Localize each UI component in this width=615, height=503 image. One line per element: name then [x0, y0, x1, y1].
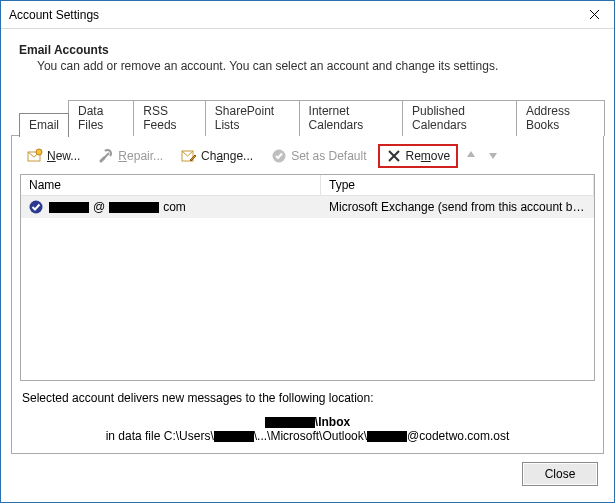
- table-row[interactable]: @ com Microsoft Exchange (send from this…: [21, 196, 594, 218]
- redacted-text: [214, 431, 254, 442]
- redacted-text: [367, 431, 407, 442]
- info-path-suffix: @codetwo.com.ost: [407, 429, 509, 443]
- svg-point-1: [36, 149, 42, 155]
- tab-data-files[interactable]: Data Files: [68, 100, 134, 136]
- close-button[interactable]: Close: [522, 462, 598, 486]
- new-label: New...: [47, 149, 80, 163]
- change-button[interactable]: Change...: [174, 144, 260, 168]
- info-line1: Selected account delivers new messages t…: [22, 391, 593, 405]
- accounts-list: Name Type: [20, 174, 595, 381]
- column-type[interactable]: Type: [321, 175, 594, 195]
- client-area: Email Accounts You can add or remove an …: [1, 29, 614, 502]
- tab-sharepoint-lists[interactable]: SharePoint Lists: [205, 100, 300, 136]
- tab-published-calendars[interactable]: Published Calendars: [402, 100, 517, 136]
- cell-type: Microsoft Exchange (send from this accou…: [321, 198, 594, 216]
- intro-heading: Email Accounts: [19, 43, 602, 57]
- titlebar: Account Settings: [1, 1, 614, 29]
- remove-button[interactable]: Remove: [378, 144, 459, 168]
- info-block: Selected account delivers new messages t…: [18, 381, 597, 447]
- account-settings-window: Account Settings Email Accounts You can …: [0, 0, 615, 503]
- move-down-button: [484, 148, 502, 165]
- cell-name: @ com: [21, 198, 321, 216]
- info-path-prefix: in data file C:\Users\: [106, 429, 214, 443]
- repair-button: Repair...: [91, 144, 170, 168]
- check-circle-icon: [271, 148, 287, 164]
- window-title: Account Settings: [9, 8, 99, 22]
- remove-icon: [386, 148, 402, 164]
- change-label: Change...: [201, 149, 253, 163]
- intro-block: Email Accounts You can add or remove an …: [11, 37, 604, 81]
- new-button[interactable]: New...: [20, 144, 87, 168]
- info-location: \Inbox in data file C:\Users\\...\Micros…: [22, 415, 593, 443]
- close-icon: [586, 7, 602, 23]
- default-account-icon: [29, 200, 43, 214]
- info-path-mid: \...\Microsoft\Outlook\: [254, 429, 367, 443]
- close-label: Close: [545, 467, 576, 481]
- tab-rss-feeds[interactable]: RSS Feeds: [133, 100, 206, 136]
- move-up-button: [462, 148, 480, 165]
- name-tld: com: [163, 200, 186, 214]
- remove-label: Remove: [406, 149, 451, 163]
- tab-email[interactable]: Email: [19, 113, 69, 137]
- info-folder: \Inbox: [315, 415, 350, 429]
- tab-address-books[interactable]: Address Books: [516, 100, 605, 136]
- redacted-text: [265, 417, 315, 428]
- redacted-text: [49, 202, 89, 213]
- tab-content: New... Repair...: [11, 135, 604, 454]
- mail-new-icon: [27, 148, 43, 164]
- column-name[interactable]: Name: [21, 175, 321, 195]
- list-header: Name Type: [21, 175, 594, 196]
- list-body: @ com Microsoft Exchange (send from this…: [21, 196, 594, 380]
- tab-bar: Email Data Files RSS Feeds SharePoint Li…: [11, 99, 604, 135]
- redacted-text: [109, 202, 159, 213]
- name-at: @: [93, 200, 105, 214]
- repair-icon: [98, 148, 114, 164]
- change-icon: [181, 148, 197, 164]
- footer: Close: [11, 454, 604, 492]
- repair-label: Repair...: [118, 149, 163, 163]
- intro-subtext: You can add or remove an account. You ca…: [19, 59, 602, 73]
- set-default-label: Set as Default: [291, 149, 366, 163]
- window-close-button[interactable]: [574, 1, 614, 29]
- set-default-button: Set as Default: [264, 144, 373, 168]
- toolbar: New... Repair...: [18, 142, 597, 172]
- tab-internet-calendars[interactable]: Internet Calendars: [299, 100, 404, 136]
